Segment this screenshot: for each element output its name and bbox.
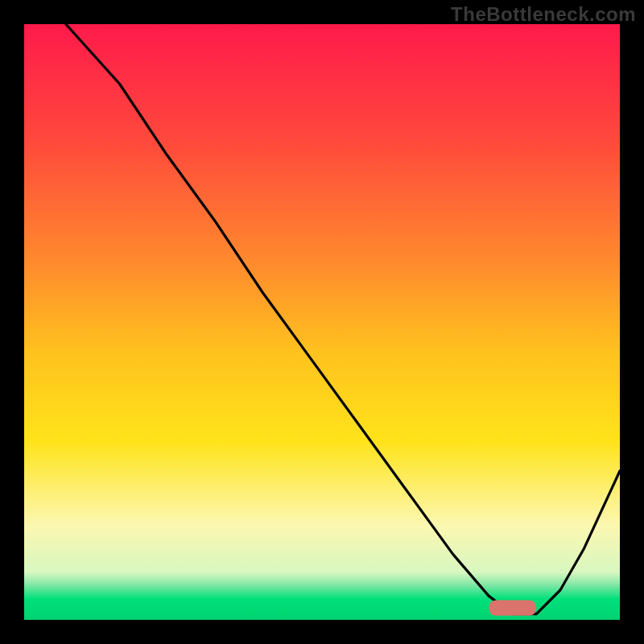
optimal-range-marker (489, 601, 536, 616)
watermark-text: TheBottleneck.com (451, 3, 636, 26)
gradient-background (24, 24, 620, 620)
bottleneck-chart (24, 24, 620, 620)
chart-frame: TheBottleneck.com (0, 0, 644, 644)
